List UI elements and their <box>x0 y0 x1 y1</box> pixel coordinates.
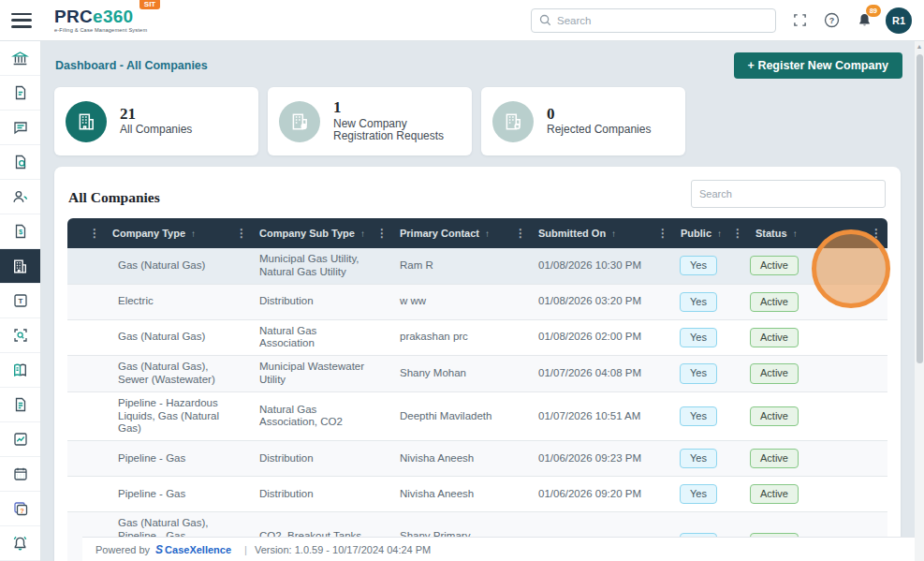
global-search[interactable] <box>531 8 776 33</box>
sidebar-item-dashboard[interactable] <box>0 41 40 76</box>
sidebar-item-users[interactable] <box>0 180 40 214</box>
notification-count-badge: 89 <box>866 5 881 17</box>
table-row[interactable]: Pipeline - GasDistributionNivisha Aneesh… <box>67 477 887 512</box>
primary-contact-cell: Shany Mohan <box>376 362 515 385</box>
column-menu-icon[interactable]: ⋮ <box>732 227 741 240</box>
public-badge: Yes <box>680 292 717 312</box>
table-row[interactable]: Gas (Natural Gas)Natural Gas Association… <box>67 320 887 357</box>
casexellence-mark-icon: S <box>155 543 163 556</box>
help-stack-icon: ? <box>12 500 29 517</box>
register-new-company-button[interactable]: + Register New Company <box>734 52 902 79</box>
sidebar-item-templates[interactable]: T <box>0 284 40 318</box>
table-row[interactable]: Gas (Natural Gas)Municipal Gas Utility, … <box>67 248 887 285</box>
table-row[interactable]: ElectricDistributionw ww01/08/2026 03:20… <box>67 285 887 320</box>
search-input[interactable] <box>557 15 768 26</box>
fullscreen-button[interactable] <box>793 13 807 27</box>
stat-label: New Company Registration Requests <box>333 118 461 144</box>
public-cell: Yes <box>657 288 732 317</box>
environment-badge: SIT <box>139 0 160 9</box>
sidebar-item-documents[interactable] <box>0 76 40 111</box>
table-row[interactable]: Gas (Natural Gas), Sewer (Wastewater)Mun… <box>67 356 887 392</box>
sort-asc-icon[interactable]: ↑ <box>793 229 798 239</box>
all-companies-panel: All Companies ⋮Company Type↑ ⋮Company Su… <box>54 167 901 561</box>
file-icon <box>12 396 29 413</box>
user-avatar[interactable]: R1 <box>886 7 912 34</box>
public-cell: Yes <box>657 359 732 388</box>
building-pending-icon <box>279 101 320 142</box>
public-cell: Yes <box>657 323 732 352</box>
column-menu-icon[interactable]: ⋮ <box>89 227 98 240</box>
logo-tagline: e-Filing & Case Management System <box>54 27 147 33</box>
status-cell: Active <box>732 323 865 352</box>
column-header[interactable]: Company Sub Type <box>259 228 355 239</box>
column-header[interactable]: Public <box>681 228 711 239</box>
scrollbar-up-arrow[interactable]: ▲ <box>915 43 924 50</box>
casexellence-logo[interactable]: SCaseXellence <box>155 543 231 556</box>
sort-asc-icon[interactable]: ↑ <box>611 229 616 239</box>
sidebar-item-scan-search[interactable] <box>0 318 40 353</box>
scrollbar-thumb[interactable] <box>917 54 923 363</box>
sort-asc-icon[interactable]: ↑ <box>191 229 196 239</box>
hamburger-menu-icon[interactable] <box>11 13 32 28</box>
column-header[interactable]: Submitted On <box>538 228 606 239</box>
help-button[interactable]: ? <box>824 12 840 28</box>
table-row[interactable]: Pipeline - Hazardous Liquids, Gas (Natur… <box>67 392 887 441</box>
footer: Powered by SCaseXellence | Version: 1.0.… <box>82 537 924 561</box>
company-type-cell: Pipeline - Gas <box>67 483 236 506</box>
app-logo[interactable]: PRCe360 e-Filing & Case Management Syste… <box>54 7 147 33</box>
public-cell: Yes <box>657 480 732 509</box>
column-menu-icon[interactable]: ⋮ <box>871 227 880 240</box>
sort-asc-icon[interactable]: ↑ <box>360 229 365 239</box>
powered-by-label: Powered by <box>95 544 150 555</box>
vertical-scrollbar[interactable]: ▲ <box>915 41 924 561</box>
table-search-input[interactable] <box>691 180 886 208</box>
column-menu-icon[interactable]: ⋮ <box>376 227 386 240</box>
navbar-right-group: ? 89 R1 <box>531 7 924 34</box>
public-badge: Yes <box>680 449 717 468</box>
status-cell: Active <box>732 288 865 317</box>
status-badge: Active <box>750 363 799 383</box>
sort-asc-icon[interactable]: ↑ <box>485 229 490 239</box>
notifications-button[interactable]: 89 <box>857 12 873 28</box>
primary-contact-cell: Nivisha Aneesh <box>376 483 515 506</box>
stat-card-new-registration-requests[interactable]: 1 New Company Registration Requests <box>268 87 472 155</box>
footer-separator: | <box>244 544 247 555</box>
status-cell: Active <box>732 251 865 280</box>
sidebar-item-billing[interactable]: $ <box>0 214 40 249</box>
column-menu-icon[interactable]: ⋮ <box>515 227 524 240</box>
svg-text:?: ? <box>829 16 834 25</box>
public-cell: Yes <box>657 251 732 280</box>
company-type-cell: Gas (Natural Gas) <box>67 255 236 277</box>
stat-card-all-companies[interactable]: 21 All Companies <box>54 87 258 155</box>
sidebar-item-companies[interactable] <box>0 249 40 284</box>
users-icon <box>11 188 29 206</box>
status-cell: Active <box>732 402 865 431</box>
sidebar-item-messages[interactable] <box>0 111 40 145</box>
bank-icon <box>11 50 29 67</box>
column-header[interactable]: Company Type <box>112 228 185 239</box>
column-header[interactable]: Primary Contact <box>400 228 479 239</box>
sidebar-item-files[interactable] <box>0 388 40 422</box>
status-cell: Active <box>732 480 865 509</box>
document-search-icon <box>12 154 29 170</box>
table-row[interactable]: Pipeline - GasDistributionNivisha Aneesh… <box>67 441 887 477</box>
companies-icon <box>11 258 29 275</box>
sidebar-item-notifications[interactable] <box>0 526 40 561</box>
version-label: Version: 1.0.59 - 10/17/2024 04:24 PM <box>255 544 431 555</box>
sort-asc-icon[interactable]: ↑ <box>717 229 722 239</box>
public-cell: Yes <box>657 402 732 431</box>
column-header[interactable]: Status <box>755 228 787 239</box>
sidebar-item-help[interactable]: ? <box>0 492 40 526</box>
breadcrumb[interactable]: Dashboard - All Companies <box>55 59 208 72</box>
building-rejected-icon <box>492 101 534 142</box>
sidebar-item-case-search[interactable] <box>0 145 40 180</box>
app-window: PRCe360 e-Filing & Case Management Syste… <box>0 0 924 561</box>
column-menu-icon[interactable]: ⋮ <box>657 227 667 240</box>
sidebar-item-calendar[interactable] <box>0 457 40 492</box>
stat-card-rejected-companies[interactable]: 0 Rejected Companies <box>481 87 685 155</box>
sidebar-item-ledger[interactable] <box>0 353 40 388</box>
column-menu-icon[interactable]: ⋮ <box>236 227 245 240</box>
company-type-cell: Gas (Natural Gas) <box>67 326 236 348</box>
sidebar-item-reports[interactable] <box>0 422 40 457</box>
public-badge: Yes <box>680 328 717 347</box>
